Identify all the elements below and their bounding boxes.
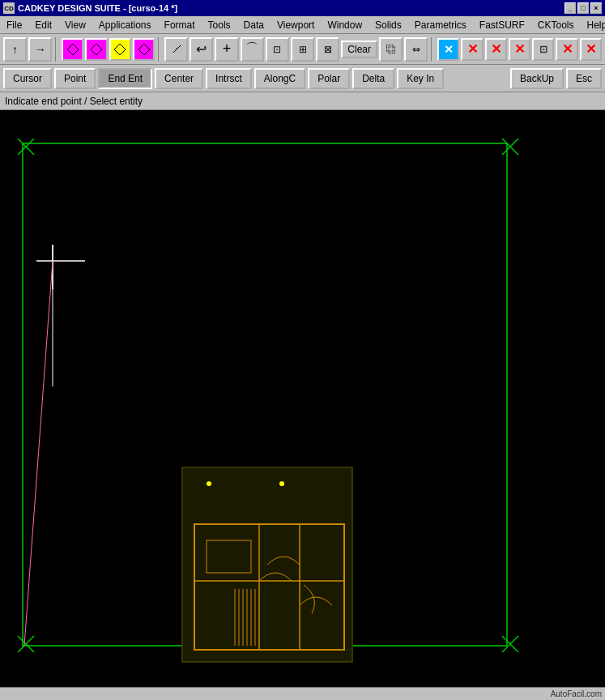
x-btn-1[interactable]: ✕ xyxy=(437,38,459,61)
x-btn-4[interactable]: ✕ xyxy=(509,38,530,61)
endent-snap-button[interactable]: End Ent xyxy=(98,68,152,89)
menu-cktools[interactable]: CKTools xyxy=(531,16,581,33)
menu-view[interactable]: View xyxy=(58,16,92,33)
svg-marker-3 xyxy=(138,44,150,55)
bottom-bar: AutoFacil.com xyxy=(0,687,605,700)
x-btn-2[interactable]: ✕ xyxy=(461,38,483,61)
alongc-snap-button[interactable]: AlongC xyxy=(254,68,305,89)
toolbar-separator-2 xyxy=(158,37,161,62)
diamond-magenta-1[interactable] xyxy=(62,38,83,61)
menu-fastsurf[interactable]: FastSURF xyxy=(473,16,531,33)
menu-data[interactable]: Data xyxy=(237,16,271,33)
arc-tool-button[interactable]: ↩ xyxy=(190,37,213,62)
toolbar: ↑ → ⟋ ↩ + ⌒ ⊡ ⊞ ⊠ Clear ⿻ ⇔ ✕ ✕ ✕ ✕ xyxy=(0,34,605,65)
app-icon: CD xyxy=(3,2,15,14)
menu-bar: File Edit View Applications Format Tools… xyxy=(0,16,605,34)
svg-point-32 xyxy=(279,481,284,486)
copy-button[interactable]: ⿻ xyxy=(379,37,403,62)
snap-bar: Cursor Point End Ent Center Intrsct Alon… xyxy=(0,65,605,92)
menu-help[interactable]: Help xyxy=(581,16,605,33)
backup-button[interactable]: BackUp xyxy=(510,68,564,89)
rect-tool-button[interactable]: ⊡ xyxy=(266,37,289,62)
intrsct-snap-button[interactable]: Intrsct xyxy=(206,68,252,89)
cursor-snap-button[interactable]: Cursor xyxy=(3,68,52,89)
x-btn-3[interactable]: ✕ xyxy=(485,38,507,61)
x-btn-7[interactable]: ✕ xyxy=(580,38,602,61)
diamond-magenta-2[interactable] xyxy=(85,38,107,61)
title-text: CADKEY DESIGN SUITE - [curso-14 *] xyxy=(18,3,565,13)
menu-file[interactable]: File xyxy=(0,16,28,33)
status-bar: Indicate end point / Select entity xyxy=(0,92,605,110)
line-tool-button[interactable]: ⟋ xyxy=(164,37,188,62)
rect3-tool-button[interactable]: ⊠ xyxy=(316,37,339,62)
svg-marker-0 xyxy=(67,44,79,55)
toolbar-separator-3 xyxy=(431,37,434,62)
rect2-tool-button[interactable]: ⊞ xyxy=(291,37,314,62)
center-snap-button[interactable]: Center xyxy=(155,68,203,89)
menu-solids[interactable]: Solids xyxy=(369,16,408,33)
drawing-area[interactable] xyxy=(0,110,605,687)
bottom-text: AutoFacil.com xyxy=(551,689,602,698)
menu-parametrics[interactable]: Parametrics xyxy=(408,16,473,33)
plus-tool-button[interactable]: + xyxy=(215,37,238,62)
menu-format[interactable]: Format xyxy=(158,16,202,33)
curve-tool-button[interactable]: ⌒ xyxy=(241,37,264,62)
menu-tools[interactable]: Tools xyxy=(202,16,237,33)
svg-marker-1 xyxy=(91,44,102,55)
maximize-button[interactable]: □ xyxy=(577,2,589,14)
menu-edit[interactable]: Edit xyxy=(28,16,58,33)
x-btn-6[interactable]: ✕ xyxy=(556,38,577,61)
status-message: Indicate end point / Select entity xyxy=(5,96,143,107)
menu-window[interactable]: Window xyxy=(321,16,369,33)
close-button[interactable]: × xyxy=(590,2,602,14)
diamond-magenta-3[interactable] xyxy=(133,38,155,61)
svg-marker-2 xyxy=(114,44,126,55)
mirror-button[interactable]: ⇔ xyxy=(404,37,428,62)
minimize-button[interactable]: _ xyxy=(565,2,576,14)
clear-button[interactable]: Clear xyxy=(341,41,377,58)
drawing-canvas[interactable] xyxy=(0,110,605,687)
polar-snap-button[interactable]: Polar xyxy=(308,68,350,89)
svg-point-31 xyxy=(207,481,211,486)
menu-viewport[interactable]: Viewport xyxy=(271,16,321,33)
point-snap-button[interactable]: Point xyxy=(54,68,96,89)
toolbar-separator-1 xyxy=(55,37,58,62)
title-bar: CD CADKEY DESIGN SUITE - [curso-14 *] _ … xyxy=(0,0,605,16)
keyin-snap-button[interactable]: Key In xyxy=(397,68,444,89)
delta-snap-button[interactable]: Delta xyxy=(352,68,394,89)
x-btn-5[interactable]: ⊡ xyxy=(532,38,554,61)
esc-button[interactable]: Esc xyxy=(566,68,602,89)
menu-applications[interactable]: Applications xyxy=(92,16,158,33)
diamond-yellow-1[interactable] xyxy=(109,38,131,61)
arrow-up-button[interactable]: ↑ xyxy=(3,37,27,62)
window-controls[interactable]: _ □ × xyxy=(565,2,602,14)
arrow-right-button[interactable]: → xyxy=(28,37,52,62)
